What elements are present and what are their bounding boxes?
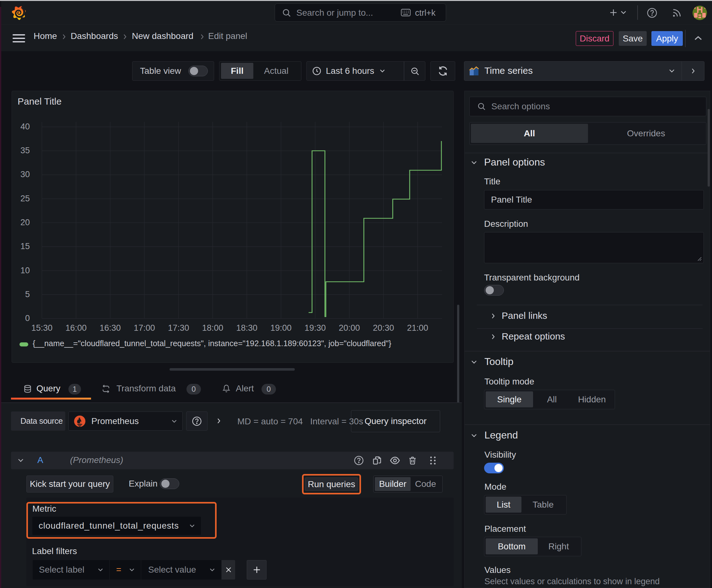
svg-text:19:30: 19:30 — [304, 323, 326, 333]
svg-text:5: 5 — [25, 290, 30, 299]
svg-text:15: 15 — [20, 241, 30, 251]
svg-text:16:00: 16:00 — [66, 323, 87, 333]
svg-text:{__name__="cloudflared_tunnel_: {__name__="cloudflared_tunnel_total_requ… — [33, 339, 391, 348]
svg-text:0: 0 — [25, 313, 30, 323]
svg-text:21:00: 21:00 — [407, 323, 429, 333]
svg-text:20: 20 — [20, 218, 30, 227]
svg-text:25: 25 — [20, 194, 30, 203]
svg-text:15:30: 15:30 — [31, 323, 53, 333]
svg-text:19:00: 19:00 — [270, 323, 292, 333]
svg-text:18:00: 18:00 — [202, 323, 223, 333]
svg-text:30: 30 — [20, 170, 30, 179]
svg-text:10: 10 — [20, 266, 30, 275]
svg-text:18:30: 18:30 — [236, 323, 258, 333]
svg-text:20:30: 20:30 — [373, 323, 394, 333]
svg-text:17:30: 17:30 — [168, 323, 189, 333]
svg-text:17:00: 17:00 — [134, 323, 155, 333]
svg-text:35: 35 — [20, 146, 30, 155]
svg-text:20:00: 20:00 — [339, 323, 360, 333]
svg-text:40: 40 — [20, 122, 30, 131]
svg-text:16:30: 16:30 — [100, 323, 121, 333]
